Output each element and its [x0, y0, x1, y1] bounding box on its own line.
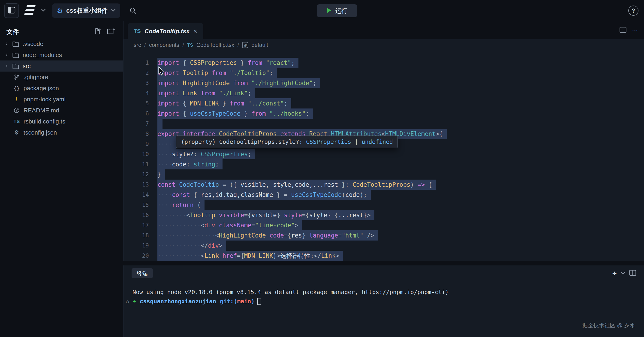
- code-area[interactable]: 1234567891011121314151617181920 import {…: [124, 51, 644, 58]
- search-button[interactable]: [129, 7, 137, 15]
- line-number: 20: [124, 251, 149, 261]
- new-folder-icon: [107, 32, 115, 36]
- chevron-right-icon: [4, 53, 12, 57]
- tree-item-node_modules[interactable]: node_modules: [0, 50, 123, 60]
- tree-item-label: .vscode: [22, 40, 44, 48]
- code-line-5[interactable]: import { MDN_LINK } from "../const";: [158, 98, 447, 108]
- run-button[interactable]: 运行: [317, 4, 357, 17]
- terminal-dropdown-button[interactable]: [621, 271, 625, 275]
- code-line-19[interactable]: ············</div>: [158, 240, 447, 251]
- folder-icon: [12, 41, 20, 47]
- typescript-icon: TS: [134, 28, 141, 34]
- split-terminal-icon: [629, 272, 636, 276]
- terminal-content[interactable]: Now using node v20.18.0 (pnpm v8.15.4 as…: [132, 288, 449, 306]
- new-folder-button[interactable]: [107, 28, 115, 36]
- tab-codetooltip[interactable]: TS CodeTooltip.tsx ×: [128, 23, 203, 39]
- terminal-panel: 终端 + Now using node v20.18.0 (pnpm v8.15…: [123, 266, 644, 337]
- project-selector[interactable]: ⚙ css权重小组件: [52, 4, 120, 18]
- code-line-13[interactable]: const CodeTooltip = ({ visible, style,co…: [158, 180, 447, 190]
- tree-item-src[interactable]: src: [0, 60, 123, 72]
- tab-bar: TS CodeTooltip.tsx × ⋯: [124, 21, 644, 39]
- help-button[interactable]: ?: [628, 6, 638, 16]
- tree-item-README.md[interactable]: README.md: [0, 105, 123, 116]
- code-line-3[interactable]: import HighLightCode from "./HighLightCo…: [158, 78, 447, 88]
- new-file-button[interactable]: [94, 28, 101, 36]
- line-number: 5: [124, 98, 149, 108]
- line-number: 12: [124, 170, 149, 180]
- status-circle-icon: ○: [126, 297, 129, 306]
- tree-item-pnpm-lock.yaml[interactable]: !pnpm-lock.yaml: [0, 94, 123, 105]
- code-line-15[interactable]: ····return (: [158, 200, 447, 210]
- split-editor-icon: [620, 30, 626, 34]
- new-file-icon: [94, 32, 101, 36]
- prompt-git-suffix: ): [251, 297, 254, 306]
- app-logo-icon: [23, 4, 38, 17]
- code-line-14[interactable]: ····const { res,id,tag,className } = use…: [158, 190, 447, 200]
- question-icon: ?: [632, 8, 635, 14]
- run-label: 运行: [335, 7, 348, 15]
- mouse-cursor-icon: [158, 66, 165, 77]
- prompt-git-branch: main: [237, 297, 251, 306]
- prompt-git-prefix: git:(: [220, 297, 237, 306]
- explorer-header: 文件: [0, 26, 123, 38]
- close-icon[interactable]: ×: [193, 28, 197, 34]
- tree-item-label: src: [22, 62, 31, 70]
- code-line-18[interactable]: ················<HighLightCode code={res…: [158, 230, 447, 240]
- tree-item-rsbuild.config.ts[interactable]: TSrsbuild.config.ts: [0, 116, 123, 127]
- line-number: 16: [124, 210, 149, 220]
- split-terminal-button[interactable]: [629, 270, 636, 277]
- ts-icon: TS: [12, 119, 21, 124]
- code-line-1[interactable]: import { CSSProperties } from "react";: [158, 58, 447, 68]
- code-line-12[interactable]: }: [158, 170, 447, 180]
- line-number: 19: [124, 240, 149, 251]
- tree-item-label: README.md: [24, 107, 59, 114]
- tree-item-label: package.json: [24, 85, 59, 92]
- line-number: 15: [124, 200, 149, 210]
- app-logo-menu[interactable]: [23, 4, 46, 16]
- terminal-tab[interactable]: 终端: [132, 268, 153, 278]
- editor-pane: TS CodeTooltip.tsx × ⋯ src / components …: [123, 21, 644, 261]
- code-line-7[interactable]: [158, 119, 447, 129]
- tree-item-label: rsbuild.config.ts: [24, 118, 65, 125]
- line-number: 6: [124, 108, 149, 119]
- line-number: 11: [124, 159, 149, 170]
- code-line-11[interactable]: ····code: string;: [158, 159, 447, 170]
- project-name: css权重小组件: [66, 6, 108, 15]
- tree-item-.gitignore[interactable]: .gitignore: [0, 72, 123, 83]
- code-line-10[interactable]: ····style?: CSSProperties;: [158, 149, 447, 159]
- line-number: 2: [124, 68, 149, 78]
- line-number: 4: [124, 88, 149, 98]
- file-explorer: 文件 .vscodenode_modulessrc.gitignore{}pac…: [0, 21, 123, 337]
- tree-item-.vscode[interactable]: .vscode: [0, 38, 123, 50]
- new-terminal-button[interactable]: +: [612, 269, 617, 277]
- code-line-2[interactable]: import Tooltip from "./Tooltip";: [158, 68, 447, 78]
- breadcrumb-symbol-default[interactable]: default: [251, 42, 268, 48]
- code-line-4[interactable]: import Link from "./Link";: [158, 88, 447, 98]
- chevron-down-icon: [621, 271, 625, 275]
- tree-item-tsconfig.json[interactable]: ⚙tsconfig.json: [0, 127, 123, 138]
- code-line-20[interactable]: ············<Link href={MDN_LINK}>选择器特性:…: [158, 251, 447, 261]
- breadcrumb-src[interactable]: src: [134, 42, 141, 48]
- code-line-16[interactable]: ········<Tooltip visible={visible} style…: [158, 210, 447, 220]
- line-number: 1: [124, 58, 149, 68]
- tree-item-package.json[interactable]: {}package.json: [0, 83, 123, 94]
- sidebar-toggle-button[interactable]: [4, 3, 19, 18]
- line-number: 14: [124, 190, 149, 200]
- play-icon: [326, 8, 332, 14]
- braces-icon: {}: [12, 86, 21, 91]
- split-editor-button[interactable]: [620, 27, 626, 34]
- breadcrumb-components[interactable]: components: [149, 42, 179, 48]
- tree-item-label: pnpm-lock.yaml: [24, 96, 66, 103]
- code-line-17[interactable]: ············<div className="line-code">: [158, 220, 447, 230]
- breadcrumb-file[interactable]: CodeTooltip.tsx: [196, 42, 234, 48]
- tree-item-label: node_modules: [22, 52, 62, 59]
- project-gear-icon: ⚙: [57, 7, 63, 15]
- line-number-gutter: 1234567891011121314151617181920: [124, 58, 149, 261]
- tree-item-label: tsconfig.json: [24, 129, 57, 136]
- folder-icon: [12, 52, 20, 58]
- gear-icon: ⚙: [12, 129, 21, 136]
- more-actions-button[interactable]: ⋯: [632, 27, 638, 34]
- code-line-6[interactable]: import { useCssTypeCode } from "../hooks…: [158, 108, 447, 119]
- typescript-icon: TS: [187, 42, 193, 48]
- code-content[interactable]: import { CSSProperties } from "react";im…: [158, 58, 447, 261]
